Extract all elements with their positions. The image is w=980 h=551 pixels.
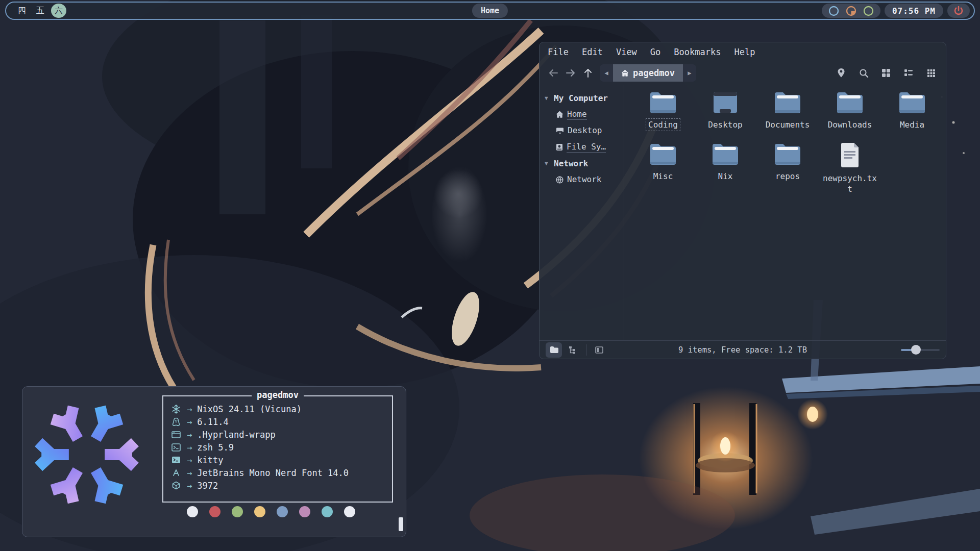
fetch-row-packages: → 3972 bbox=[170, 479, 392, 492]
kernel-icon bbox=[170, 417, 182, 427]
terminal-icon bbox=[170, 456, 182, 464]
palette-dot-6 bbox=[322, 506, 333, 517]
file-item-downloads[interactable]: Downloads bbox=[819, 91, 880, 131]
folder-icon bbox=[774, 142, 801, 166]
file-item-documents[interactable]: Documents bbox=[757, 91, 818, 131]
expander-icon[interactable]: ▼ bbox=[545, 160, 550, 167]
sidebar-section-my-computer[interactable]: ▼ My Computer bbox=[545, 90, 624, 106]
desktop-icon bbox=[556, 127, 564, 134]
path-scroll-left-icon[interactable]: ◀ bbox=[600, 64, 613, 82]
status-indicators bbox=[822, 4, 880, 18]
folder-icon bbox=[898, 91, 926, 114]
tree-pane-button[interactable] bbox=[564, 342, 580, 358]
fetch-row-shell: → zsh 5.9 bbox=[170, 441, 392, 454]
menu-bookmarks[interactable]: Bookmarks bbox=[674, 47, 721, 57]
globe-icon bbox=[556, 176, 564, 184]
sidebar-item-home[interactable]: Home bbox=[545, 106, 624, 122]
folder-icon bbox=[649, 142, 677, 166]
file-item-misc[interactable]: Misc bbox=[632, 142, 694, 195]
file-item-media[interactable]: Media bbox=[881, 91, 943, 131]
fetch-hostname: pagedmov bbox=[252, 390, 304, 400]
forward-button[interactable] bbox=[562, 65, 579, 81]
power-button[interactable] bbox=[947, 4, 970, 18]
toolbar: ◀ pagedmov ▶ bbox=[540, 61, 946, 85]
file-icon-view: Coding Desktop Documents Downloads bbox=[624, 85, 946, 340]
shell-icon bbox=[170, 443, 182, 452]
icon-view-icon[interactable] bbox=[878, 65, 894, 81]
path-tab-label: pagedmov bbox=[633, 68, 675, 78]
file-item-newpsych-txt[interactable]: newpsych.txt bbox=[819, 142, 880, 195]
workspace-4[interactable]: 四 bbox=[14, 4, 30, 18]
list-view-icon[interactable] bbox=[901, 65, 916, 81]
blue-circle-icon[interactable] bbox=[828, 6, 839, 16]
folder-icon bbox=[550, 346, 558, 354]
orange-circle-icon[interactable] bbox=[846, 6, 856, 16]
up-button[interactable] bbox=[579, 65, 597, 81]
palette-dot-4 bbox=[277, 506, 288, 517]
filesystem-icon bbox=[556, 143, 563, 151]
nixos-icon bbox=[170, 405, 182, 414]
fetch-row-wm: → .Hyprland-wrapp bbox=[170, 428, 392, 441]
green-circle-icon[interactable] bbox=[863, 6, 874, 16]
menu-view[interactable]: View bbox=[616, 47, 637, 57]
zoom-slider-knob[interactable] bbox=[911, 345, 921, 355]
workspace-5[interactable]: 五 bbox=[33, 4, 48, 18]
fetch-row-font: → JetBrains Mono Nerd Font 14.0 bbox=[170, 466, 392, 479]
location-pin-icon[interactable] bbox=[834, 65, 849, 81]
search-icon[interactable] bbox=[856, 65, 871, 81]
zoom-slider[interactable] bbox=[901, 349, 940, 351]
packages-icon bbox=[170, 481, 182, 490]
power-icon bbox=[953, 6, 964, 16]
side-panel-icon bbox=[595, 346, 603, 354]
workspace-6-active[interactable]: 六 bbox=[51, 4, 66, 18]
font-icon bbox=[170, 469, 182, 477]
desktop-folder-icon bbox=[712, 91, 739, 114]
file-manager-window: File Edit View Go Bookmarks Help ◀ bbox=[539, 42, 946, 359]
home-icon bbox=[556, 111, 564, 118]
path-bar: ◀ pagedmov ▶ bbox=[600, 64, 696, 82]
menu-file[interactable]: File bbox=[548, 47, 569, 57]
text-file-icon bbox=[840, 142, 860, 168]
menu-go[interactable]: Go bbox=[650, 47, 660, 57]
fetch-row-kernel: → 6.11.4 bbox=[170, 415, 392, 428]
palette-dot-5 bbox=[299, 506, 310, 517]
palette-dot-0 bbox=[187, 506, 198, 517]
nixos-logo bbox=[30, 398, 143, 511]
sidebar-item-network[interactable]: Network bbox=[545, 171, 624, 188]
sidebar-section-network[interactable]: ▼ Network bbox=[545, 155, 624, 171]
clock[interactable]: 07:56 PM bbox=[885, 4, 943, 18]
wm-icon bbox=[170, 431, 182, 439]
file-item-nix[interactable]: Nix bbox=[695, 142, 756, 195]
status-bar: 9 items, Free space: 1.2 TB bbox=[540, 340, 946, 359]
fetch-row-terminal: → kitty bbox=[170, 454, 392, 466]
menu-bar: File Edit View Go Bookmarks Help bbox=[540, 42, 946, 61]
fastfetch-panel: pagedmov → NixOS 24.11 (Vicuna) → 6.11.4 bbox=[162, 395, 393, 503]
file-item-repos[interactable]: repos bbox=[757, 142, 818, 195]
compact-view-icon[interactable] bbox=[923, 65, 939, 81]
file-item-desktop[interactable]: Desktop bbox=[695, 91, 756, 131]
palette-dot-2 bbox=[232, 506, 243, 517]
fetch-row-os: → NixOS 24.11 (Vicuna) bbox=[170, 403, 392, 415]
places-pane-button[interactable] bbox=[546, 342, 562, 358]
sidebar-item-desktop[interactable]: Desktop bbox=[545, 122, 624, 139]
top-bar: 四 五 六 Home 07:56 PM bbox=[5, 2, 975, 20]
expander-icon[interactable]: ▼ bbox=[545, 95, 550, 102]
back-button[interactable] bbox=[545, 65, 562, 81]
workspace-switcher: 四 五 六 bbox=[10, 4, 66, 18]
status-text: 9 items, Free space: 1.2 TB bbox=[678, 345, 807, 355]
folder-icon bbox=[774, 91, 801, 114]
terminal-color-palette bbox=[187, 506, 355, 517]
terminal-scrollbar[interactable] bbox=[399, 517, 403, 531]
side-pane-toggle-button[interactable] bbox=[591, 342, 607, 358]
folder-icon bbox=[836, 91, 864, 114]
path-tab-home[interactable]: pagedmov bbox=[613, 64, 683, 82]
file-item-coding[interactable]: Coding bbox=[632, 91, 694, 131]
path-scroll-right-icon[interactable]: ▶ bbox=[683, 64, 696, 82]
divider bbox=[586, 344, 587, 356]
places-sidebar: ▼ My Computer Home Desktop bbox=[540, 85, 624, 340]
home-icon bbox=[621, 69, 629, 77]
menu-help[interactable]: Help bbox=[734, 47, 755, 57]
sidebar-item-filesystem[interactable]: File Sy… bbox=[545, 139, 624, 155]
menu-edit[interactable]: Edit bbox=[582, 47, 603, 57]
folder-icon bbox=[649, 91, 677, 114]
